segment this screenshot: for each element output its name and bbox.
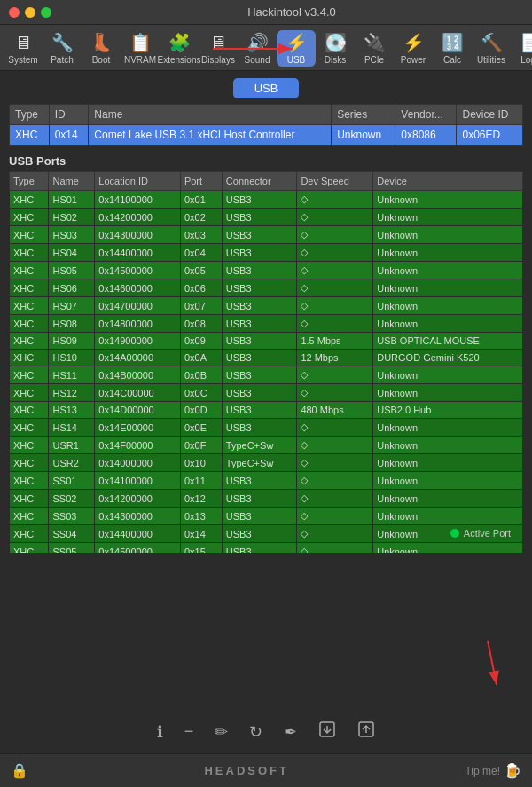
port-row[interactable]: XHCSS020x142000000x12USB3◇Unknown bbox=[10, 490, 523, 508]
port-row[interactable]: XHCHS130x14D000000x0DUSB3480 MbpsUSB2.0 … bbox=[10, 402, 523, 419]
close-button[interactable] bbox=[9, 7, 20, 18]
port-col-location: Location ID bbox=[95, 172, 181, 191]
info-button[interactable]: ℹ bbox=[155, 720, 165, 744]
controller-cell-vendor: 0x8086 bbox=[395, 125, 457, 146]
port-cell-location: 0x14800000 bbox=[95, 315, 181, 333]
nvram-icon: 📋 bbox=[129, 32, 152, 53]
port-cell-location: 0x14400000 bbox=[95, 525, 181, 543]
port-cell-port: 0x10 bbox=[180, 454, 222, 472]
toolbar-calc[interactable]: 🔢 Calc bbox=[433, 30, 472, 67]
toolbar-boot[interactable]: 👢 Boot bbox=[82, 30, 121, 67]
port-row[interactable]: XHCHS030x143000000x03USB3◇Unknown bbox=[10, 226, 523, 244]
port-row[interactable]: XHCHS080x148000000x08USB3◇Unknown bbox=[10, 315, 523, 333]
port-row[interactable]: XHCSS040x144000000x14USB3◇Unknown bbox=[10, 525, 523, 543]
toolbar-disks[interactable]: 💽 Disks bbox=[316, 30, 355, 67]
port-cell-speed: ◇ bbox=[297, 472, 373, 490]
port-row[interactable]: XHCHS090x149000000x09USB31.5 MbpsUSB OPT… bbox=[10, 333, 523, 350]
port-cell-device: Unknown bbox=[373, 209, 523, 226]
usb-tab-button[interactable]: USB bbox=[233, 78, 300, 98]
port-row[interactable]: XHCHS140x14E000000x0EUSB3◇Unknown bbox=[10, 419, 523, 437]
port-row[interactable]: XHCSS010x141000000x11USB3◇Unknown bbox=[10, 472, 523, 490]
toolbar-logs[interactable]: 📄 Logs bbox=[511, 30, 532, 67]
port-cell-name: HS03 bbox=[49, 226, 95, 244]
port-cell-type: XHC bbox=[10, 437, 49, 454]
refresh-button[interactable]: ↻ bbox=[247, 720, 264, 744]
port-cell-location: 0x14F00000 bbox=[95, 437, 181, 454]
port-cell-name: HS08 bbox=[49, 315, 95, 333]
col-id: ID bbox=[49, 105, 89, 125]
port-cell-device: USB OPTICAL MOUSE bbox=[373, 333, 523, 350]
pcie-icon: 🔌 bbox=[364, 32, 386, 53]
port-cell-speed: 12 Mbps bbox=[297, 350, 373, 366]
port-cell-connector: USB3 bbox=[222, 226, 297, 244]
port-cell-connector: USB3 bbox=[222, 297, 297, 315]
ports-scroll-area[interactable]: Type Name Location ID Port Connector Dev… bbox=[9, 171, 523, 553]
export-button[interactable] bbox=[356, 719, 377, 744]
port-row[interactable]: XHCHS100x14A000000x0AUSB312 MbpsDURGOD G… bbox=[10, 350, 523, 366]
toolbar-pcie[interactable]: 🔌 PCIe bbox=[355, 30, 394, 67]
port-cell-connector: USB3 bbox=[222, 419, 297, 437]
port-row[interactable]: XHCHS110x14B000000x0BUSB3◇Unknown bbox=[10, 366, 523, 384]
toolbar-extensions[interactable]: 🧩 Extensions bbox=[160, 30, 199, 67]
port-row[interactable]: XHCHS050x145000000x05USB3◇Unknown bbox=[10, 262, 523, 279]
port-cell-port: 0x08 bbox=[180, 315, 222, 333]
minimize-button[interactable] bbox=[25, 7, 35, 18]
toolbar-usb[interactable]: ⚡ USB bbox=[277, 30, 316, 67]
controller-row[interactable]: XHC0x14Comet Lake USB 3.1 xHCI Host Cont… bbox=[10, 125, 523, 146]
tip-button[interactable]: Tip me! 🍺 bbox=[465, 762, 521, 779]
port-cell-location: 0x14200000 bbox=[95, 490, 181, 508]
port-row[interactable]: XHCHS070x147000000x07USB3◇Unknown bbox=[10, 297, 523, 315]
port-cell-connector: TypeC+Sw bbox=[222, 437, 297, 454]
col-deviceid: Device ID bbox=[457, 105, 523, 125]
import-button[interactable] bbox=[317, 719, 338, 744]
port-cell-type: XHC bbox=[10, 384, 49, 402]
remove-button[interactable]: − bbox=[183, 720, 196, 743]
port-row[interactable]: XHCHS020x142000000x02USB3◇Unknown bbox=[10, 209, 523, 226]
port-cell-speed: ◇ bbox=[297, 419, 373, 437]
toolbar-system[interactable]: 🖥 System bbox=[4, 31, 43, 67]
port-cell-name: HS01 bbox=[49, 191, 95, 209]
edit-button[interactable]: ✏ bbox=[213, 720, 230, 744]
port-cell-type: XHC bbox=[10, 297, 49, 315]
brand-label: HEADSOFT bbox=[204, 764, 289, 777]
power-icon: ⚡ bbox=[403, 32, 425, 53]
port-cell-port: 0x12 bbox=[180, 490, 222, 508]
calc-label: Calc bbox=[443, 55, 461, 65]
toolbar-patch[interactable]: 🔧 Patch bbox=[43, 30, 82, 67]
port-cell-speed: ◇ bbox=[297, 384, 373, 402]
toolbar-sound[interactable]: 🔊 Sound bbox=[238, 30, 277, 67]
port-row[interactable]: XHCSS030x143000000x13USB3◇Unknown bbox=[10, 508, 523, 525]
extensions-icon: 🧩 bbox=[168, 32, 191, 53]
port-row[interactable]: XHCUSR20x140000000x10TypeC+Sw◇Unknown bbox=[10, 454, 523, 472]
port-row[interactable]: XHCHS040x144000000x04USB3◇Unknown bbox=[10, 244, 523, 262]
port-cell-type: XHC bbox=[10, 315, 49, 333]
port-cell-location: 0x14100000 bbox=[95, 472, 181, 490]
port-cell-port: 0x01 bbox=[180, 191, 222, 209]
port-cell-connector: USB3 bbox=[222, 209, 297, 226]
port-cell-location: 0x14A00000 bbox=[95, 350, 181, 366]
displays-icon: 🖥 bbox=[209, 33, 227, 53]
port-cell-type: XHC bbox=[10, 191, 49, 209]
port-cell-port: 0x06 bbox=[180, 279, 222, 297]
port-cell-name: HS13 bbox=[49, 402, 95, 419]
port-cell-device: Unknown bbox=[373, 279, 523, 297]
port-cell-device: Unknown bbox=[373, 315, 523, 333]
boot-icon: 👢 bbox=[90, 32, 113, 53]
maximize-button[interactable] bbox=[41, 7, 51, 18]
port-row[interactable]: XHCHS010x141000000x01USB3◇Unknown bbox=[10, 191, 523, 209]
edit2-button[interactable]: ✒ bbox=[282, 720, 299, 744]
toolbar-displays[interactable]: 🖥 Displays bbox=[199, 31, 238, 67]
port-row[interactable]: XHCUSR10x14F000000x0FTypeC+Sw◇Unknown bbox=[10, 437, 523, 454]
port-cell-name: HS12 bbox=[49, 384, 95, 402]
port-row[interactable]: XHCHS060x146000000x06USB3◇Unknown bbox=[10, 279, 523, 297]
toolbar-utilities[interactable]: 🔨 Utilities bbox=[472, 30, 511, 67]
port-row[interactable]: XHCSS050x145000000x15USB3◇Unknown bbox=[10, 543, 523, 554]
port-cell-port: 0x0E bbox=[180, 419, 222, 437]
toolbar-power[interactable]: ⚡ Power bbox=[394, 30, 433, 67]
sound-icon: 🔊 bbox=[246, 32, 269, 53]
toolbar-nvram[interactable]: 📋 NVRAM bbox=[121, 30, 160, 67]
port-cell-type: XHC bbox=[10, 244, 49, 262]
usb-tab-area: USB bbox=[0, 71, 532, 104]
port-row[interactable]: XHCHS120x14C000000x0CUSB3◇Unknown bbox=[10, 384, 523, 402]
port-cell-connector: USB3 bbox=[222, 279, 297, 297]
